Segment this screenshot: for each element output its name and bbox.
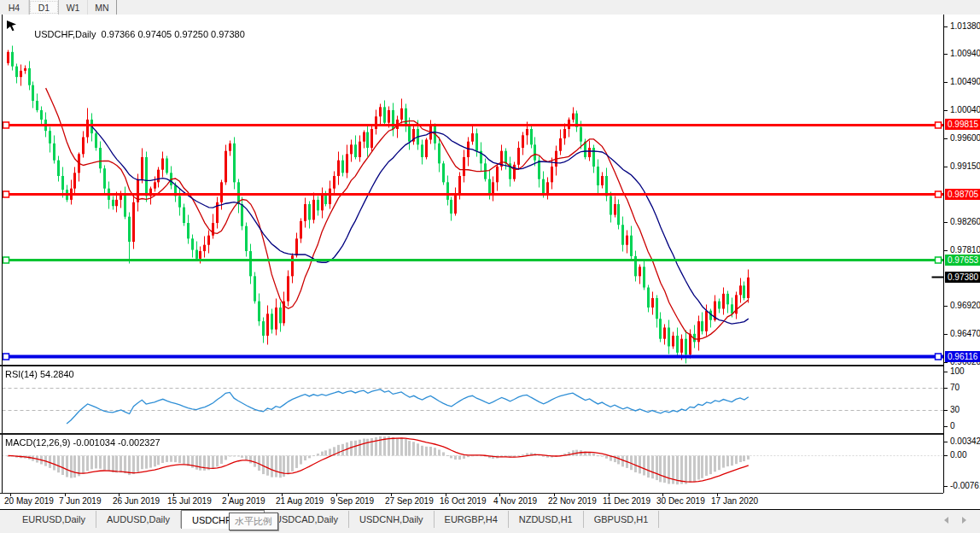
rsi-indicator-chart[interactable]: [2, 366, 943, 432]
chart-left-border: [2, 15, 3, 493]
price-level-badge: 0.96116: [945, 351, 980, 362]
rsi-tick: [944, 372, 948, 372]
price-level-badge: 0.98705: [945, 189, 980, 200]
chart-tab-eurgbp[interactable]: EURGBP,H4: [435, 511, 509, 528]
price-axis: 1.013801.009401.004901.000400.996000.991…: [943, 15, 980, 493]
price-tick-label: 0.96470: [950, 329, 980, 338]
timeframe-button-h4[interactable]: H4: [0, 0, 29, 15]
price-tick-label: 0.97810: [950, 245, 980, 255]
chart-tab-usdcnh[interactable]: USDCNH,Daily: [349, 511, 435, 528]
price-tick-label: 1.00040: [950, 105, 980, 114]
date-label: 9 Sep 2019: [330, 496, 374, 506]
rsi-tick-label: 70: [950, 383, 960, 392]
date-label: 26 Jun 2019: [113, 496, 160, 506]
macd-tick-label: 0.003428: [950, 436, 980, 446]
rsi-tick-label: 30: [950, 405, 960, 414]
macd-tick: [944, 486, 948, 487]
price-tick: [944, 334, 948, 335]
rsi-tick-label: 100: [950, 366, 965, 376]
date-label: 7 Jun 2019: [59, 496, 102, 506]
date-label: 15 Jul 2019: [167, 496, 212, 506]
chart-title: USDCHF,Daily 0.97366 0.97405 0.97250 0.9…: [19, 19, 245, 50]
date-label: 16 Oct 2019: [440, 496, 486, 506]
price-tick-label: 0.98260: [950, 217, 980, 226]
current-price-badge: 0.97380: [945, 272, 980, 283]
splitter-main-rsi[interactable]: [0, 365, 943, 366]
main-price-chart[interactable]: [2, 15, 943, 365]
timeframe-button-mn[interactable]: MN: [88, 0, 116, 15]
date-label: 21 Aug 2019: [276, 496, 324, 506]
rsi-tick-label: 0: [950, 421, 955, 430]
price-tick-label: 0.99150: [950, 161, 980, 171]
price-tick-label: 0.96920: [950, 301, 980, 310]
rsi-tick: [944, 426, 948, 427]
rsi-label: RSI(14) 54.2840: [5, 369, 74, 379]
price-tick: [944, 250, 948, 251]
chart-tab-gbpusd[interactable]: GBPUSD,H1: [584, 511, 660, 528]
date-label: 17 Jan 2020: [711, 496, 758, 506]
tooltip-horizontal-scale: 水平比例: [229, 512, 278, 530]
macd-label: MACD(12,26,9) -0.001034 -0.002327: [5, 437, 160, 448]
price-tick: [944, 306, 948, 307]
price-tick: [944, 138, 948, 139]
price-tick-label: 0.99600: [950, 133, 980, 143]
timeframe-button-d1[interactable]: D1: [29, 0, 59, 15]
date-label: 22 Nov 2019: [548, 496, 597, 506]
date-label: 27 Sep 2019: [385, 496, 434, 506]
chart-tab-bar: EURUSD,DailyAUDUSD,DailyUSDCHF,DailyUSDC…: [0, 509, 980, 533]
date-label: 30 Dec 2019: [656, 496, 705, 506]
timeframe-button-group: H4D1W1MN: [0, 0, 117, 15]
price-tick: [944, 82, 948, 83]
macd-tick: [944, 455, 948, 456]
chart-ohlc-values: 0.97366 0.97405 0.97250 0.97380: [102, 29, 245, 39]
date-label: 11 Dec 2019: [603, 496, 650, 506]
price-level-badge: 0.99815: [945, 119, 980, 130]
chart-tab-nzdusd[interactable]: NZDUSD,H1: [509, 511, 584, 528]
chart-symbol-label: USDCHF,Daily: [34, 29, 96, 39]
price-tick-label: 1.00940: [950, 49, 980, 58]
rsi-tick: [944, 388, 948, 389]
macd-tick: [944, 442, 948, 442]
macd-tick-label: -0.007615: [950, 481, 980, 490]
rsi-tick: [944, 410, 948, 411]
price-tick: [944, 110, 948, 111]
price-tick: [944, 362, 948, 363]
price-tick: [944, 222, 948, 223]
chart-window: USDCHF,Daily 0.97366 0.97405 0.97250 0.9…: [0, 15, 980, 509]
date-label: 4 Nov 2019: [493, 496, 537, 506]
macd-tick-label: 0.00: [950, 450, 966, 460]
price-tick: [944, 26, 948, 27]
timeframe-toolbar: H4D1W1MN: [0, 0, 980, 15]
price-tick: [944, 54, 948, 55]
timeframe-button-w1[interactable]: W1: [59, 0, 88, 15]
chart-tab-audusd[interactable]: AUDUSD,Daily: [96, 511, 181, 528]
price-tick-label: 1.00490: [950, 77, 980, 86]
price-tick: [944, 167, 948, 167]
price-level-badge: 0.97653: [945, 255, 980, 266]
cursor-arrow-icon: [6, 20, 18, 32]
tab-scroll-left-icon[interactable]: [944, 517, 948, 524]
chart-tab-eurusd[interactable]: EURUSD,Daily: [12, 511, 96, 528]
price-tick-label: 1.01380: [950, 21, 980, 31]
tab-scroll-right-icon[interactable]: [962, 517, 966, 524]
splitter-rsi-macd[interactable]: [0, 433, 943, 435]
date-label: 20 May 2019: [4, 496, 54, 506]
date-label: 2 Aug 2019: [222, 496, 265, 506]
date-axis: 20 May 20197 Jun 201926 Jun 201915 Jul 2…: [0, 494, 943, 509]
terminal-window: H4D1W1MN USDCHF,Daily 0.97366 0.97405 0.…: [0, 0, 980, 533]
